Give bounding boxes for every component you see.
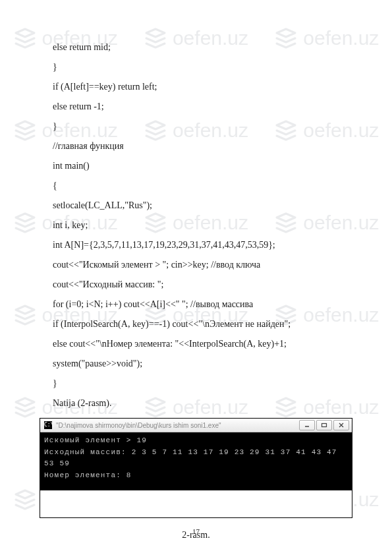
cmd-icon: C:\ <box>44 421 52 429</box>
page-number: 17 <box>0 527 392 535</box>
code-line: Natija (2-rasm). <box>53 394 345 413</box>
code-line: for (i=0; i<N; i++) cout<<A[i]<<" "; //в… <box>53 295 345 314</box>
code-line: if (InterpolSearch(A, key)==-1) cout<<"\… <box>53 315 345 334</box>
minimize-button[interactable] <box>299 420 315 430</box>
code-line: //главная функция <box>53 137 345 156</box>
console-window: C:\ "D:\najimova shirmonoy\bin\Debug\kur… <box>40 418 352 518</box>
close-button[interactable] <box>333 420 349 430</box>
window-title: "D:\najimova shirmonoy\bin\Debug\kurs is… <box>56 422 299 429</box>
code-line: else return -1; <box>53 98 345 116</box>
console-line: Номер элемента: 8 <box>44 470 348 482</box>
code-line: } <box>53 58 345 76</box>
code-line: else return mid; <box>53 38 345 57</box>
code-line: setlocale(LC_ALL,"Rus"); <box>53 196 345 215</box>
console-output: Искомый элемент > 19 Исходный массив: 2 … <box>40 432 352 490</box>
code-line: } <box>53 374 345 393</box>
window-titlebar[interactable]: C:\ "D:\najimova shirmonoy\bin\Debug\kur… <box>40 419 352 432</box>
maximize-button[interactable] <box>316 420 332 430</box>
code-line: if (A[left]==key) return left; <box>53 78 345 96</box>
code-line: { <box>53 177 345 195</box>
code-line: else cout<<"\nНомер элемента: "<<Interpo… <box>53 335 345 353</box>
code-line: int main() <box>53 157 345 175</box>
code-line: cout<<"Искомый элемент > "; cin>>key; //… <box>53 256 345 274</box>
code-line: cout<<"Исходный массив: "; <box>53 276 345 294</box>
console-line: Исходный массив: 2 3 5 7 11 13 17 19 23 … <box>44 447 348 470</box>
code-line: int A[N]={2,3,5,7,11,13,17,19,23,29,31,3… <box>53 236 345 254</box>
code-line: int i, key; <box>53 216 345 235</box>
console-line: Искомый элемент > 19 <box>44 435 348 447</box>
code-line: system("pause>>void"); <box>53 355 345 373</box>
svg-rect-1 <box>322 424 327 427</box>
console-scroll-area[interactable]: Искомый элемент > 19 Исходный массив: 2 … <box>40 432 352 518</box>
code-line: } <box>53 117 345 136</box>
document-body: else return mid; } if (A[left]==key) ret… <box>0 0 392 413</box>
